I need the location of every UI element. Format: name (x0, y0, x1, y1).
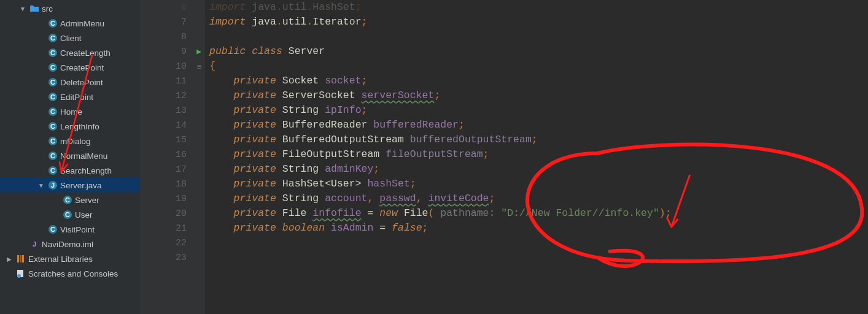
class-icon: C (48, 92, 58, 102)
fold-icon[interactable]: ⊟ (197, 63, 201, 71)
code-line[interactable]: private ServerSocket serverSocket; (209, 88, 868, 103)
tree-item-label: Home (60, 107, 82, 117)
java-file-icon: J (48, 180, 58, 190)
svg-rect-31 (20, 255, 21, 262)
code-line[interactable]: private HashSet<User> hashSet; (209, 177, 868, 191)
svg-text:C: C (50, 152, 55, 159)
code-line[interactable]: import java.util.HashSet; (209, 0, 868, 15)
tree-item-label: LengthInfo (60, 122, 99, 131)
code-line[interactable]: import java.util.Iterator; (209, 15, 868, 29)
tree-item[interactable]: CUser (0, 207, 140, 222)
tree-item[interactable]: CServer (0, 193, 140, 207)
svg-rect-32 (22, 255, 24, 262)
code-line[interactable]: private boolean isAdmin = false; (209, 221, 868, 236)
tree-item[interactable]: CDeletePoint (0, 75, 140, 90)
scratch-icon (16, 269, 26, 278)
code-line[interactable]: private BufferedOutputStream bufferedOut… (209, 132, 868, 147)
svg-rect-30 (17, 255, 19, 262)
code-editor[interactable]: import java.util.HashSet;import java.uti… (204, 0, 868, 314)
tree-scratches[interactable]: Scratches and Consoles (0, 266, 140, 281)
line-number[interactable]: 19 (140, 191, 204, 206)
tree-item[interactable]: CAdminMenu (0, 16, 140, 31)
tree-item[interactable]: CClient (0, 31, 140, 45)
tree-folder-src[interactable]: ▼ src (0, 1, 140, 16)
code-line[interactable]: private Socket socket; (209, 74, 868, 88)
tree-item[interactable]: CCreatePoint (0, 60, 140, 75)
tree-item[interactable]: ▼JServer.java (0, 178, 140, 193)
code-line[interactable]: public class Server (209, 44, 868, 59)
line-number[interactable]: 12 (140, 88, 204, 103)
svg-text:C: C (50, 108, 55, 115)
tree-item[interactable]: CVisitPoint (0, 222, 140, 237)
class-icon: C (48, 121, 58, 131)
class-icon: C (48, 136, 58, 146)
class-icon: C (48, 33, 58, 43)
code-line[interactable] (209, 29, 868, 44)
editor-gutter[interactable]: 6789▶10⊟11121314151617181920212223 (140, 0, 204, 314)
svg-point-34 (17, 274, 21, 278)
tree-external-libraries[interactable]: ▶ External Libraries (0, 251, 140, 266)
line-number[interactable]: 7 (140, 15, 204, 29)
tree-item[interactable]: CNormalMenu (0, 148, 140, 163)
tree-item[interactable]: CLengthInfo (0, 119, 140, 134)
class-icon: C (63, 210, 72, 220)
svg-text:C: C (65, 211, 70, 218)
class-icon: C (48, 107, 58, 117)
tree-item-label: User (75, 210, 93, 220)
class-icon: C (48, 48, 58, 58)
line-number[interactable]: 13 (140, 103, 204, 118)
line-number[interactable]: 9▶ (140, 44, 204, 59)
run-icon[interactable]: ▶ (196, 47, 201, 56)
line-number[interactable]: 20 (140, 206, 204, 221)
tree-item[interactable]: CEditPoint (0, 90, 140, 104)
line-number[interactable]: 22 (140, 236, 204, 250)
line-number[interactable]: 6 (140, 0, 204, 15)
svg-text:C: C (65, 196, 70, 204)
code-line[interactable]: private File infofile = new File( pathna… (209, 206, 868, 221)
folder-icon (29, 4, 39, 13)
code-line[interactable]: private String ipInfo; (209, 103, 868, 118)
code-line[interactable] (209, 250, 868, 265)
svg-text:C: C (50, 93, 55, 101)
tree-item[interactable]: CCreateLength (0, 45, 140, 60)
library-icon (16, 254, 26, 264)
chevron-right-icon: ▶ (5, 256, 14, 262)
chevron-down-icon: ▼ (18, 6, 27, 12)
class-icon: C (48, 151, 58, 161)
class-icon: C (48, 63, 58, 72)
code-line[interactable]: private String adminKey; (209, 162, 868, 177)
line-number[interactable]: 17 (140, 162, 204, 177)
code-line[interactable]: private FileOutputStream fileOutputStrea… (209, 147, 868, 162)
tree-item-label: VisitPoint (60, 225, 95, 234)
file-label: NaviDemo.iml (42, 240, 93, 249)
tree-item-label: AdminMenu (60, 19, 104, 28)
line-number[interactable]: 10⊟ (140, 59, 204, 74)
line-number[interactable]: 23 (140, 250, 204, 265)
tree-item[interactable]: CmDialog (0, 134, 140, 148)
svg-text:C: C (50, 167, 55, 174)
line-number[interactable]: 8 (140, 29, 204, 44)
tree-item[interactable]: CSearchLength (0, 163, 140, 178)
line-number[interactable]: 16 (140, 147, 204, 162)
code-line[interactable] (209, 236, 868, 250)
class-icon: C (63, 195, 72, 205)
tree-item-label: NormalMenu (60, 151, 107, 161)
chevron-down-icon: ▼ (37, 182, 45, 189)
svg-text:C: C (50, 49, 55, 56)
tree-file-iml[interactable]: J NaviDemo.iml (0, 237, 140, 251)
class-icon: C (48, 224, 58, 234)
project-tree[interactable]: ▼ src CAdminMenuCClientCCreateLengthCCre… (0, 0, 140, 314)
line-number[interactable]: 18 (140, 177, 204, 191)
code-line[interactable]: private BufferedReader bufferedReader; (209, 118, 868, 132)
tree-item[interactable]: CHome (0, 104, 140, 119)
node-label: Scratches and Consoles (28, 269, 118, 278)
line-number[interactable]: 14 (140, 118, 204, 132)
line-number[interactable]: 11 (140, 74, 204, 88)
line-number[interactable]: 21 (140, 221, 204, 236)
code-line[interactable]: private String account, passwd, inviteCo… (209, 191, 868, 206)
code-line[interactable]: { (209, 59, 868, 74)
node-label: External Libraries (28, 255, 93, 264)
svg-text:C: C (50, 20, 55, 27)
svg-text:J: J (51, 182, 55, 189)
line-number[interactable]: 15 (140, 132, 204, 147)
